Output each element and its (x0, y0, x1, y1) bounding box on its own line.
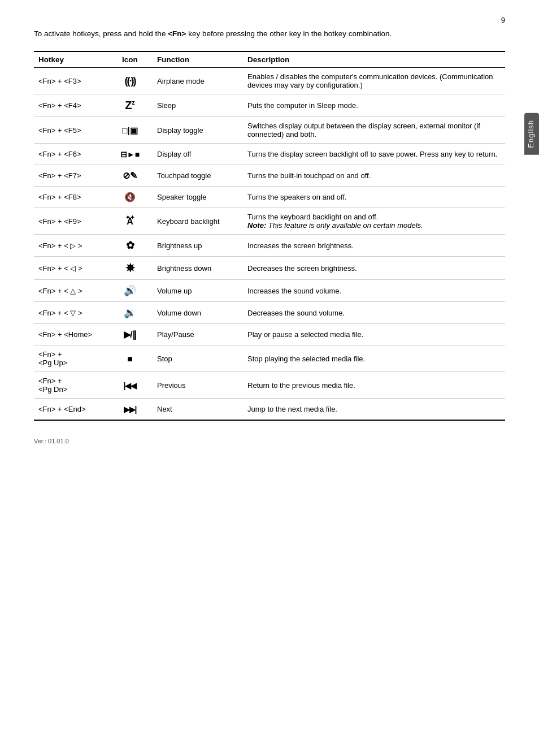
intro-paragraph: To activate hotkeys, press and hold the … (34, 28, 505, 40)
description-cell: Turns the display screen backlight off t… (243, 144, 505, 165)
icon-cell: □|▣ (107, 117, 153, 144)
intro-text-after: key before pressing the other key in the… (186, 29, 392, 38)
table-row: <Fn> + <F9>✦✦AKeyboard backlightTurns th… (34, 208, 505, 235)
description-cell: Decreases the screen brightness. (243, 257, 505, 280)
function-cell: Display off (153, 144, 243, 165)
description-cell: Turns the speakers on and off. (243, 187, 505, 208)
hotkey-cell: <Fn> + <F8> (34, 187, 107, 208)
icon-cell: |◀◀ (107, 372, 153, 399)
table-row: <Fn> + < ◁ >✵Brightness downDecreases th… (34, 257, 505, 280)
icon-cell: 🔊 (107, 280, 153, 302)
function-cell: Speaker toggle (153, 187, 243, 208)
hotkey-table: Hotkey Icon Function Description <Fn> + … (34, 51, 505, 421)
hotkey-cell: <Fn> + <F3> (34, 68, 107, 94)
hotkey-cell: <Fn> + <End> (34, 399, 107, 421)
col-icon: Icon (107, 51, 153, 68)
hotkey-cell: <Fn> + < △ > (34, 280, 107, 302)
function-cell: Next (153, 399, 243, 421)
hotkey-cell: <Fn> + < ◁ > (34, 257, 107, 280)
function-cell: Sleep (153, 94, 243, 117)
table-row: <Fn> + <F4>ZzSleepPuts the computer in S… (34, 94, 505, 117)
hotkey-cell: <Fn> + < ▽ > (34, 302, 107, 324)
hotkey-cell: <Fn> + < ▷ > (34, 235, 107, 257)
col-description: Description (243, 51, 505, 68)
table-row: <Fn> + < ▷ >✿Brightness upIncreases the … (34, 235, 505, 257)
description-cell: Enables / disables the computer's commun… (243, 68, 505, 94)
hotkey-cell: <Fn> + <F5> (34, 117, 107, 144)
description-cell: Increases the screen brightness. (243, 235, 505, 257)
table-row: <Fn> + < △ >🔊Volume upIncreases the soun… (34, 280, 505, 302)
hotkey-cell: <Fn> + <F6> (34, 144, 107, 165)
description-cell: Turns the keyboard backlight on and off.… (243, 208, 505, 235)
icon-cell: ✦✦A (107, 208, 153, 235)
function-cell: Previous (153, 372, 243, 399)
table-row: <Fn> + <F7>⊘✎Touchpad toggleTurns the bu… (34, 165, 505, 187)
hotkey-cell: <Fn> + <F9> (34, 208, 107, 235)
function-cell: Display toggle (153, 117, 243, 144)
icon-cell: ▶▶| (107, 399, 153, 421)
description-cell: Stop playing the selected media file. (243, 345, 505, 372)
col-hotkey: Hotkey (34, 51, 107, 68)
table-row: <Fn> + <F5>□|▣Display toggleSwitches dis… (34, 117, 505, 144)
function-cell: Brightness down (153, 257, 243, 280)
icon-cell: 🔇 (107, 187, 153, 208)
icon-cell: ✿ (107, 235, 153, 257)
icon-cell: ▶/‖ (107, 324, 153, 345)
hotkey-cell: <Fn> + <Pg Up> (34, 345, 107, 372)
function-cell: Keyboard backlight (153, 208, 243, 235)
hotkey-cell: <Fn> + <F7> (34, 165, 107, 187)
description-cell: Turns the built-in touchpad on and off. (243, 165, 505, 187)
description-cell: Return to the previous media file. (243, 372, 505, 399)
version-footer: Ver.: 01.01.0 (34, 438, 505, 444)
description-cell: Puts the computer in Sleep mode. (243, 94, 505, 117)
icon-cell: ⊘✎ (107, 165, 153, 187)
table-row: <Fn> + <F8>🔇Speaker toggleTurns the spea… (34, 187, 505, 208)
function-cell: Volume down (153, 302, 243, 324)
description-cell: Decreases the sound volume. (243, 302, 505, 324)
hotkey-cell: <Fn> + <F4> (34, 94, 107, 117)
fn-key-bold: <Fn> (168, 29, 186, 38)
intro-text-before: To activate hotkeys, press and hold the (34, 29, 168, 38)
table-row: <Fn> + <Pg Dn>|◀◀PreviousReturn to the p… (34, 372, 505, 399)
table-row: <Fn> + <Home>▶/‖Play/PausePlay or pause … (34, 324, 505, 345)
table-row: <Fn> + <Pg Up>■StopStop playing the sele… (34, 345, 505, 372)
table-row: <Fn> + <F3>((·))Airplane modeEnables / d… (34, 68, 505, 94)
hotkey-cell: <Fn> + <Pg Dn> (34, 372, 107, 399)
description-cell: Switches display output between the disp… (243, 117, 505, 144)
table-row: <Fn> + < ▽ >🔉Volume downDecreases the so… (34, 302, 505, 324)
col-function: Function (153, 51, 243, 68)
icon-cell: 🔉 (107, 302, 153, 324)
icon-cell: ⊟►■ (107, 144, 153, 165)
function-cell: Volume up (153, 280, 243, 302)
description-cell: Increases the sound volume. (243, 280, 505, 302)
description-cell: Jump to the next media file. (243, 399, 505, 421)
table-row: <Fn> + <End>▶▶|NextJump to the next medi… (34, 399, 505, 421)
function-cell: Airplane mode (153, 68, 243, 94)
description-cell: Play or pause a selected media file. (243, 324, 505, 345)
language-tab: English (524, 113, 539, 155)
table-header-row: Hotkey Icon Function Description (34, 51, 505, 68)
icon-cell: ✵ (107, 257, 153, 280)
table-row: <Fn> + <F6>⊟►■Display offTurns the displ… (34, 144, 505, 165)
function-cell: Play/Pause (153, 324, 243, 345)
icon-cell: ■ (107, 345, 153, 372)
icon-cell: Zz (107, 94, 153, 117)
page-number: 9 (501, 16, 505, 24)
hotkey-cell: <Fn> + <Home> (34, 324, 107, 345)
function-cell: Stop (153, 345, 243, 372)
icon-cell: ((·)) (107, 68, 153, 94)
function-cell: Brightness up (153, 235, 243, 257)
function-cell: Touchpad toggle (153, 165, 243, 187)
